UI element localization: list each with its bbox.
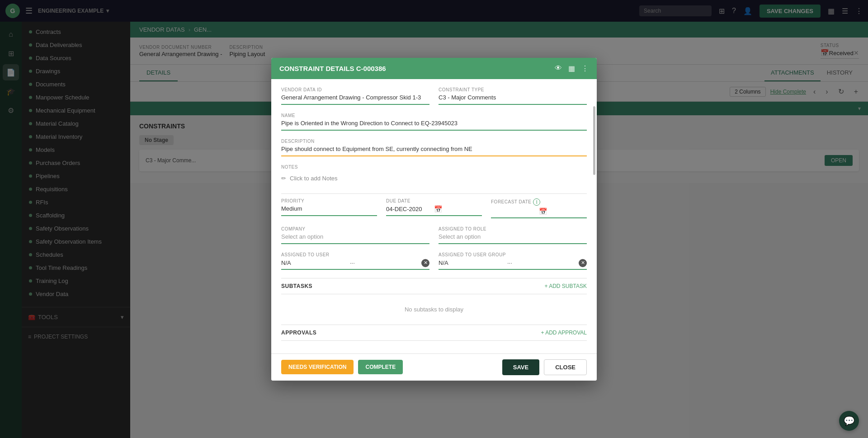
description-field-modal: DESCRIPTION Pipe should connect to Equip…	[281, 139, 587, 156]
modal-header: CONSTRAINT DETAILS C-000386 👁 ▦ ⋮	[271, 58, 597, 79]
company-label: COMPANY	[281, 226, 429, 231]
modal-row-priority: PRIORITY Medium DUE DATE 04-DEC-2020 📅 F…	[281, 198, 587, 218]
assigned-user-label: ASSIGNED TO USER	[281, 252, 429, 257]
footer-right: SAVE CLOSE	[502, 359, 587, 375]
section-divider-2	[281, 278, 587, 278]
more-icon[interactable]: ⋮	[581, 64, 589, 73]
complete-button[interactable]: COMPLETE	[358, 360, 403, 374]
grid-icon[interactable]: ▦	[568, 64, 575, 73]
needs-verification-button[interactable]: NEEDS VERIFICATION	[281, 360, 354, 374]
approvals-header: APPROVALS + ADD APPROVAL	[281, 330, 587, 336]
due-date-label: DUE DATE	[386, 198, 482, 203]
vendor-data-id-label: VENDOR DATA ID	[281, 87, 429, 92]
modal-row-company: COMPANY Select an option ASSIGNED TO ROL…	[281, 226, 587, 244]
assigned-role-select[interactable]: Select an option	[439, 233, 587, 244]
constraint-type-field: CONSTRAINT TYPE C3 - Major Comments	[439, 87, 587, 105]
chat-button[interactable]: 💬	[839, 411, 859, 431]
no-subtasks-text: No subtasks to display	[281, 299, 587, 320]
name-value: Pipe is Oriented in the Wrong Direction …	[281, 120, 587, 131]
forecast-date-input[interactable]: 📅	[491, 207, 587, 218]
modal-row-description: DESCRIPTION Pipe should connect to Equip…	[281, 139, 587, 156]
assigned-user-value: N/A	[281, 259, 350, 266]
pencil-icon: ✏	[281, 175, 286, 182]
subtasks-header: SUBTASKS + ADD SUBTASK	[281, 283, 587, 289]
constraint-details-modal: CONSTRAINT DETAILS C-000386 👁 ▦ ⋮ VENDOR…	[271, 58, 597, 381]
eye-icon[interactable]: 👁	[555, 64, 562, 72]
assigned-group-field: ASSIGNED TO USER GROUP N/A ··· ✕	[439, 252, 587, 270]
notes-area[interactable]: ✏ Click to add Notes	[281, 171, 587, 185]
modal-row-1: VENDOR DATA ID General Arrangement Drawi…	[281, 87, 587, 105]
due-date-calendar-icon[interactable]: 📅	[434, 205, 482, 213]
assigned-group-label: ASSIGNED TO USER GROUP	[439, 252, 587, 257]
company-select[interactable]: Select an option	[281, 233, 429, 244]
section-divider-3	[281, 325, 587, 325]
constraint-type-label: CONSTRAINT TYPE	[439, 87, 587, 92]
due-date-field: DUE DATE 04-DEC-2020 📅	[386, 198, 482, 218]
assigned-user-row: N/A ··· ✕	[281, 259, 429, 270]
modal-row-notes: NOTES ✏ Click to add Notes	[281, 165, 587, 185]
modal-row-assigned: ASSIGNED TO USER N/A ··· ✕ ASSIGNED TO U…	[281, 252, 587, 270]
approvals-label: APPROVALS	[281, 330, 316, 336]
forecast-date-field: FORECAST DATE i 📅	[491, 198, 587, 218]
vendor-data-id-value: General Arrangement Drawing - Compressor…	[281, 94, 429, 105]
assigned-group-clear-icon[interactable]: ✕	[579, 259, 587, 267]
company-field: COMPANY Select an option	[281, 226, 429, 244]
assigned-group-dots-icon[interactable]: ···	[507, 259, 576, 266]
name-label: NAME	[281, 113, 587, 118]
scroll-handle[interactable]	[593, 106, 595, 175]
modal-title: CONSTRAINT DETAILS C-000386	[279, 65, 386, 72]
assigned-group-row: N/A ··· ✕	[439, 259, 587, 270]
assigned-group-value: N/A	[439, 259, 507, 266]
subtasks-divider	[281, 294, 587, 294]
modal-footer: NEEDS VERIFICATION COMPLETE SAVE CLOSE	[271, 353, 597, 381]
assigned-role-label: ASSIGNED TO ROLE	[439, 226, 587, 231]
save-button[interactable]: SAVE	[502, 359, 539, 375]
assigned-user-field: ASSIGNED TO USER N/A ··· ✕	[281, 252, 429, 270]
section-divider-1	[281, 193, 587, 194]
assigned-user-dots-icon[interactable]: ···	[350, 259, 419, 266]
subtasks-label: SUBTASKS	[281, 283, 312, 289]
assigned-role-field: ASSIGNED TO ROLE Select an option	[439, 226, 587, 244]
description-value-modal: Pipe should connect to Equipment from SE…	[281, 146, 587, 156]
constraint-type-value: C3 - Major Comments	[439, 94, 587, 105]
name-field: NAME Pipe is Oriented in the Wrong Direc…	[281, 113, 587, 131]
assigned-user-clear-icon[interactable]: ✕	[421, 259, 429, 267]
priority-value: Medium	[281, 205, 377, 216]
description-label-modal: DESCRIPTION	[281, 139, 587, 144]
add-subtask-link[interactable]: + ADD SUBTASK	[545, 283, 587, 289]
add-approval-link[interactable]: + ADD APPROVAL	[541, 330, 587, 336]
modal-header-icons: 👁 ▦ ⋮	[555, 64, 589, 73]
forecast-date-calendar-icon[interactable]: 📅	[539, 207, 587, 216]
priority-label: PRIORITY	[281, 198, 377, 203]
modal-overlay: CONSTRAINT DETAILS C-000386 👁 ▦ ⋮ VENDOR…	[0, 0, 868, 438]
due-date-input[interactable]: 04-DEC-2020 📅	[386, 205, 482, 216]
modal-row-name: NAME Pipe is Oriented in the Wrong Direc…	[281, 113, 587, 131]
notes-placeholder: Click to add Notes	[290, 175, 338, 182]
notes-label: NOTES	[281, 165, 587, 170]
forecast-date-label: FORECAST DATE i	[491, 198, 587, 206]
vendor-data-id-field: VENDOR DATA ID General Arrangement Drawi…	[281, 87, 429, 105]
approvals-divider	[281, 340, 587, 341]
footer-left: NEEDS VERIFICATION COMPLETE	[281, 360, 403, 374]
due-date-value: 04-DEC-2020	[386, 206, 434, 212]
priority-field: PRIORITY Medium	[281, 198, 377, 218]
forecast-date-info-icon[interactable]: i	[533, 198, 540, 206]
close-button[interactable]: CLOSE	[544, 359, 587, 375]
modal-body: VENDOR DATA ID General Arrangement Drawi…	[271, 79, 597, 353]
